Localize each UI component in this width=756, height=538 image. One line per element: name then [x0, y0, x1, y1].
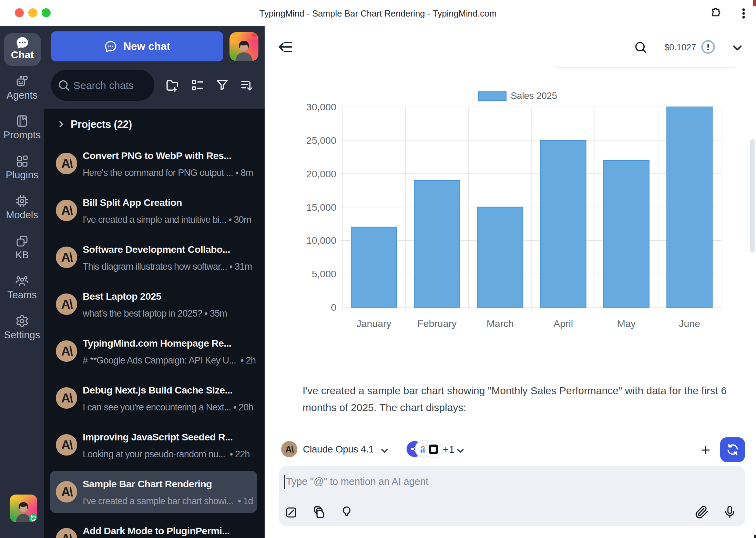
svg-text:April: April: [553, 318, 573, 329]
svg-text:February: February: [417, 318, 457, 329]
svg-text:June: June: [679, 318, 700, 329]
svg-text:0: 0: [331, 302, 336, 313]
svg-text:5,000: 5,000: [312, 268, 336, 279]
svg-text:May: May: [617, 318, 636, 329]
svg-text:10,000: 10,000: [306, 235, 336, 246]
svg-text:25,000: 25,000: [306, 135, 336, 146]
svg-text:20,000: 20,000: [306, 168, 336, 179]
svg-text:Sales 2025: Sales 2025: [511, 90, 557, 101]
svg-text:January: January: [356, 318, 391, 329]
svg-text:March: March: [487, 318, 514, 329]
svg-text:15,000: 15,000: [306, 202, 336, 213]
svg-text:30,000: 30,000: [306, 101, 336, 112]
